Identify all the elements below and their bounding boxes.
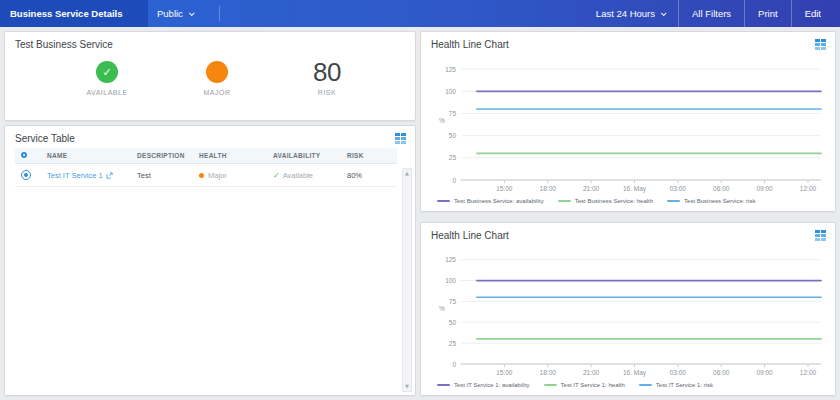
svg-text:12:00: 12:00 bbox=[800, 185, 817, 192]
chart-title: Health Line Chart bbox=[431, 39, 509, 50]
svg-text:15:00: 15:00 bbox=[496, 185, 513, 192]
legend-item-health[interactable]: Test Business Service: health bbox=[558, 198, 653, 204]
chevron-down-icon bbox=[661, 10, 667, 16]
svg-text:03:00: 03:00 bbox=[670, 369, 687, 376]
line-chart-plot: 0255075100125%15:0018:0021:0016. May03:0… bbox=[431, 55, 827, 196]
svg-text:16. May: 16. May bbox=[623, 369, 647, 377]
panel-grid-icon[interactable] bbox=[815, 230, 826, 241]
svg-text:0: 0 bbox=[452, 177, 456, 184]
service-table: NAME DESCRIPTION HEALTH AVAILABILITY RIS… bbox=[15, 148, 397, 187]
health-kpi: MAJOR bbox=[177, 59, 257, 96]
health-kpi-label: MAJOR bbox=[204, 89, 231, 96]
availability-kpi: ✓ AVAILABLE bbox=[67, 59, 147, 96]
time-range-label: Last 24 Hours bbox=[596, 8, 655, 19]
legend-swatch bbox=[437, 200, 450, 202]
time-range-dropdown[interactable]: Last 24 Hours bbox=[583, 0, 678, 27]
availability-check-circle-icon: ✓ bbox=[96, 61, 118, 83]
health-severity-circle-icon bbox=[206, 61, 228, 83]
svg-text:06:00: 06:00 bbox=[713, 185, 730, 192]
legend-item-availability[interactable]: Test Business Service: availability bbox=[437, 198, 544, 204]
summary-panel-title: Test Business Service bbox=[15, 39, 113, 50]
edit-button[interactable]: Edit bbox=[791, 0, 834, 27]
legend-item-health[interactable]: Test IT Service 1: health bbox=[544, 382, 625, 388]
svg-text:25: 25 bbox=[449, 154, 457, 161]
business-service-summary-panel: Test Business Service ✓ AVAILABLE MAJOR … bbox=[4, 31, 416, 121]
column-header-risk: RISK bbox=[341, 148, 397, 164]
external-link-icon bbox=[106, 172, 113, 179]
svg-text:09:00: 09:00 bbox=[756, 185, 773, 192]
print-button[interactable]: Print bbox=[744, 0, 791, 27]
column-header-health: HEALTH bbox=[193, 148, 267, 164]
svg-text:100: 100 bbox=[445, 277, 456, 284]
gear-icon[interactable] bbox=[21, 152, 27, 158]
svg-text:125: 125 bbox=[445, 66, 456, 73]
service-link[interactable]: Test IT Service 1 bbox=[47, 171, 113, 180]
row-risk: 80% bbox=[341, 164, 397, 187]
legend-swatch bbox=[544, 384, 557, 386]
panel-grid-icon[interactable] bbox=[395, 133, 406, 144]
svg-text:21:00: 21:00 bbox=[583, 369, 600, 376]
column-header-availability: AVAILABILITY bbox=[267, 148, 341, 164]
line-chart-plot: 0255075100125%15:0018:0021:0016. May03:0… bbox=[431, 246, 827, 380]
svg-text:%: % bbox=[439, 117, 445, 124]
svg-text:50: 50 bbox=[449, 319, 457, 326]
row-health: Major bbox=[193, 164, 267, 187]
svg-text:125: 125 bbox=[445, 256, 456, 263]
severity-dot-icon bbox=[199, 173, 204, 178]
legend-item-risk[interactable]: Test IT Service 1: risk bbox=[639, 382, 713, 388]
check-icon: ✓ bbox=[273, 171, 280, 180]
all-filters-button[interactable]: All Filters bbox=[678, 0, 744, 27]
row-radio-selected[interactable] bbox=[21, 170, 31, 180]
legend-swatch bbox=[558, 200, 571, 202]
svg-text:21:00: 21:00 bbox=[583, 185, 600, 192]
svg-text:06:00: 06:00 bbox=[713, 369, 730, 376]
svg-text:50: 50 bbox=[449, 132, 457, 139]
top-navbar: Business Service Details Public Last 24 … bbox=[0, 0, 840, 27]
svg-text:%: % bbox=[439, 305, 445, 312]
health-line-chart-panel-business-service: Health Line Chart 0255075100125%15:0018:… bbox=[420, 31, 836, 212]
page-title: Business Service Details bbox=[0, 0, 148, 27]
legend-swatch bbox=[639, 384, 652, 386]
legend-swatch bbox=[667, 200, 680, 202]
availability-kpi-label: AVAILABLE bbox=[86, 89, 127, 96]
service-table-panel: Service Table NAME DESCRIPTION HEALTH AV… bbox=[4, 125, 416, 396]
health-line-chart-panel-it-service: Health Line Chart 0255075100125%15:0018:… bbox=[420, 222, 836, 396]
chart-legend: Test IT Service 1: availability Test IT … bbox=[421, 380, 835, 395]
svg-text:0: 0 bbox=[452, 361, 456, 368]
legend-item-availability[interactable]: Test IT Service 1: availability bbox=[437, 382, 530, 388]
table-row: Test IT Service 1 Test Major bbox=[15, 164, 397, 187]
visibility-dropdown[interactable]: Public bbox=[148, 0, 203, 27]
row-availability: ✓Available bbox=[267, 164, 341, 187]
svg-text:100: 100 bbox=[445, 88, 456, 95]
column-header-name: NAME bbox=[41, 148, 131, 164]
visibility-label: Public bbox=[157, 8, 183, 19]
svg-text:25: 25 bbox=[449, 340, 457, 347]
svg-text:18:00: 18:00 bbox=[540, 369, 557, 376]
risk-kpi-label: RISK bbox=[318, 89, 336, 96]
column-header-description: DESCRIPTION bbox=[131, 148, 193, 164]
svg-text:16. May: 16. May bbox=[623, 185, 647, 193]
chevron-down-icon bbox=[189, 10, 195, 16]
chart-legend: Test Business Service: availability Test… bbox=[421, 196, 835, 211]
row-description: Test bbox=[131, 164, 193, 187]
scroll-up-icon[interactable]: ▲ bbox=[405, 171, 409, 176]
risk-kpi-value: 80 bbox=[313, 59, 341, 85]
svg-text:75: 75 bbox=[449, 110, 457, 117]
svg-text:12:00: 12:00 bbox=[800, 369, 817, 376]
service-table-title: Service Table bbox=[15, 133, 75, 144]
panel-grid-icon[interactable] bbox=[815, 39, 826, 50]
table-header-row: NAME DESCRIPTION HEALTH AVAILABILITY RIS… bbox=[15, 148, 397, 164]
table-scrollbar[interactable]: ▲ ▼ bbox=[402, 168, 412, 392]
svg-text:15:00: 15:00 bbox=[496, 369, 513, 376]
legend-swatch bbox=[437, 384, 450, 386]
svg-text:03:00: 03:00 bbox=[670, 185, 687, 192]
risk-kpi: 80 RISK bbox=[287, 59, 367, 96]
svg-text:75: 75 bbox=[449, 298, 457, 305]
svg-text:18:00: 18:00 bbox=[540, 185, 557, 192]
chart-title: Health Line Chart bbox=[431, 230, 509, 241]
svg-text:09:00: 09:00 bbox=[756, 369, 773, 376]
legend-item-risk[interactable]: Test Business Service: risk bbox=[667, 198, 755, 204]
scroll-down-icon[interactable]: ▼ bbox=[405, 384, 409, 389]
